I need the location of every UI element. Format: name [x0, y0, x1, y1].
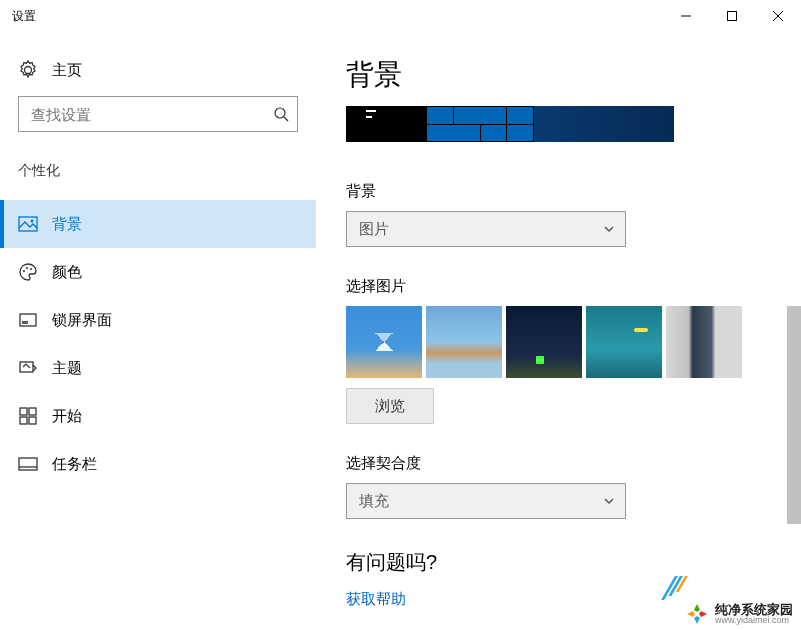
- page-title: 背景: [346, 56, 801, 94]
- maximize-button[interactable]: [709, 0, 755, 32]
- close-icon: [773, 11, 783, 21]
- svg-rect-12: [22, 321, 28, 324]
- main-panel: 背景 背景 图片 选择图片 浏览 选择契合度 填充 有问: [316, 32, 801, 630]
- desktop-preview: [346, 106, 674, 142]
- home-button[interactable]: 主页: [0, 56, 316, 96]
- picture-icon: [18, 214, 38, 234]
- scrollbar[interactable]: [787, 96, 801, 630]
- background-label: 背景: [346, 182, 801, 201]
- search-input[interactable]: [31, 106, 273, 123]
- svg-rect-18: [19, 458, 37, 470]
- svg-point-8: [23, 270, 25, 272]
- gear-icon: [18, 60, 38, 80]
- svg-rect-13: [20, 362, 33, 372]
- search-icon: [273, 106, 289, 122]
- svg-point-4: [275, 108, 285, 118]
- thumbnail-1[interactable]: [346, 306, 422, 378]
- svg-rect-15: [29, 408, 36, 415]
- nav-label: 开始: [52, 407, 82, 426]
- svg-point-9: [26, 267, 28, 269]
- svg-rect-1: [728, 12, 737, 21]
- nav-label: 主题: [52, 359, 82, 378]
- fit-dropdown[interactable]: 填充: [346, 483, 626, 519]
- theme-icon: [18, 358, 38, 378]
- svg-rect-14: [20, 408, 27, 415]
- thumbnail-5[interactable]: [666, 306, 742, 378]
- svg-point-7: [31, 220, 34, 223]
- watermark-icon: [685, 602, 709, 626]
- thumbnail-4[interactable]: [586, 306, 662, 378]
- chevron-down-icon: [603, 495, 615, 507]
- close-button[interactable]: [755, 0, 801, 32]
- window-title: 设置: [12, 8, 36, 25]
- search-box[interactable]: [18, 96, 298, 132]
- window-controls: [663, 0, 801, 32]
- watermark: 纯净系统家园 www.yidaimei.com: [685, 602, 793, 626]
- scrollbar-thumb[interactable]: [787, 306, 801, 524]
- start-icon: [18, 406, 38, 426]
- maximize-icon: [727, 11, 737, 21]
- svg-line-5: [284, 117, 288, 121]
- section-header: 个性化: [0, 162, 316, 200]
- nav-item-background[interactable]: 背景: [0, 200, 316, 248]
- home-label: 主页: [52, 61, 82, 80]
- minimize-button[interactable]: [663, 0, 709, 32]
- choose-picture-label: 选择图片: [346, 277, 801, 296]
- svg-rect-11: [20, 314, 36, 326]
- svg-rect-16: [20, 417, 27, 424]
- nav-item-colors[interactable]: 颜色: [0, 248, 316, 296]
- fit-label: 选择契合度: [346, 454, 801, 473]
- lockscreen-icon: [18, 310, 38, 330]
- titlebar: 设置: [0, 0, 801, 32]
- nav-label: 锁屏界面: [52, 311, 112, 330]
- browse-button[interactable]: 浏览: [346, 388, 434, 424]
- nav-label: 背景: [52, 215, 82, 234]
- palette-icon: [18, 262, 38, 282]
- svg-rect-17: [29, 417, 36, 424]
- thumbnail-3[interactable]: [506, 306, 582, 378]
- dropdown-value: 填充: [359, 492, 389, 511]
- svg-rect-6: [19, 217, 37, 231]
- dropdown-value: 图片: [359, 220, 389, 239]
- help-heading: 有问题吗?: [346, 549, 801, 576]
- nav-item-lockscreen[interactable]: 锁屏界面: [0, 296, 316, 344]
- picture-thumbnails: [346, 306, 801, 378]
- minimize-icon: [681, 11, 691, 21]
- watermark-url: www.yidaimei.com: [715, 616, 793, 625]
- background-dropdown[interactable]: 图片: [346, 211, 626, 247]
- chevron-down-icon: [603, 223, 615, 235]
- sidebar: 主页 个性化 背景 颜色 锁屏界面 主题 开始 任务栏: [0, 32, 316, 630]
- nav-item-start[interactable]: 开始: [0, 392, 316, 440]
- taskbar-icon: [18, 454, 38, 474]
- nav-label: 颜色: [52, 263, 82, 282]
- nav-item-themes[interactable]: 主题: [0, 344, 316, 392]
- thumbnail-2[interactable]: [426, 306, 502, 378]
- svg-point-10: [30, 268, 32, 270]
- nav-item-taskbar[interactable]: 任务栏: [0, 440, 316, 488]
- nav-label: 任务栏: [52, 455, 97, 474]
